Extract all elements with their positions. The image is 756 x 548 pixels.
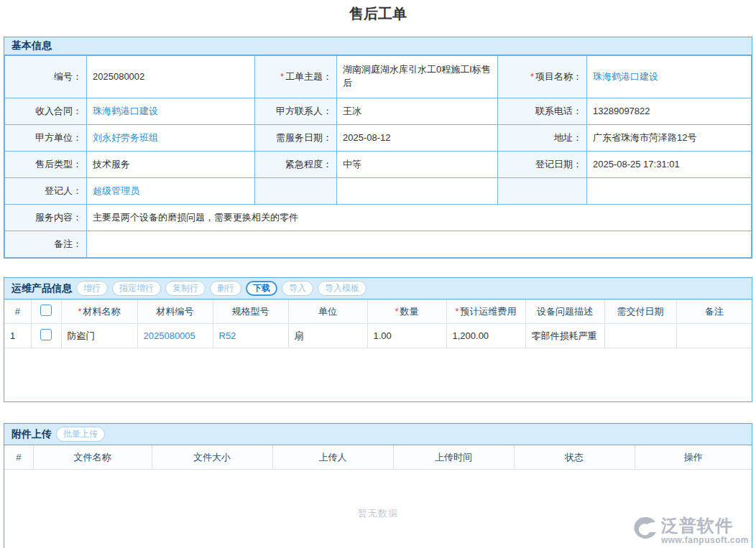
address-label: 地址： [498,125,587,152]
attachments-table: # 文件名称 文件大小 上传人 上传时间 状态 操作 [4,445,752,470]
address-value: 广东省珠海市菏泽路12号 [587,125,752,152]
remark-label: 备注： [5,231,87,258]
basic-row-2: 收入合同： 珠海鹤港口建设 甲方联系人： 王冰 联系电话： 1328909782… [5,98,752,125]
attachments-header-row: # 文件名称 文件大小 上传人 上传时间 状态 操作 [4,445,752,470]
est-cost-cell: 1,200.00 [446,324,525,348]
col-est-cost: *预计运维费用 [446,299,525,324]
empty-value-cell [587,178,752,205]
registrant-value: 超级管理员 [87,178,255,205]
spec-link[interactable]: R52 [219,330,236,341]
material-code-link[interactable]: 2025080005 [144,330,195,341]
register-date-label: 登记日期： [498,152,587,178]
row-select-cell [31,324,61,348]
party-unit-link[interactable]: 刘永好劳务班组 [93,132,158,143]
col-unit: 单位 [288,299,367,324]
party-contact-value: 王冰 [337,98,498,125]
attachments-header: 附件上传 批量上传 [4,424,752,445]
col-remark: 备注 [676,299,752,324]
empty-label-cell [255,178,337,205]
specify-add-row-button[interactable]: 指定增行 [112,281,161,297]
products-table: # *材料名称 材料编号 规格型号 单位 *数量 *预计运维费用 设备问题描述 … [4,299,752,348]
aftersales-type-value: 技术服务 [87,152,255,178]
col-upload-time: 上传时间 [393,445,514,470]
col-material-name: *材料名称 [61,299,137,324]
basic-row-4: 售后类型： 技术服务 紧急程度： 中等 登记日期： 2025-08-25 17:… [5,152,752,178]
aftersales-type-label: 售后类型： [5,152,87,178]
basic-row-1: 编号： 2025080002 *工单主题： 湖南洞庭湖水库引水工0程施工I标售后… [5,56,752,98]
party-unit-value: 刘永好劳务班组 [87,125,255,152]
empty-value-cell [337,178,498,205]
no-data-text: 暂无数据 [4,470,752,520]
urgency-label: 紧急程度： [255,152,337,178]
registrant-label: 登记人： [5,178,87,205]
watermark-name: 泛普软件 [661,517,733,534]
col-action: 操作 [635,445,752,470]
col-qty: *数量 [367,299,446,324]
service-content-label: 服务内容： [5,205,87,231]
page-title: 售后工单 [0,0,756,37]
select-all-checkbox[interactable] [40,305,52,316]
col-delivery-date: 需交付日期 [604,299,676,324]
service-date-value: 2025-08-12 [337,125,498,152]
import-template-button[interactable]: 导入模板 [318,281,367,297]
party-unit-label: 甲方单位： [5,125,87,152]
copy-row-button[interactable]: 复制行 [165,281,206,297]
service-content-value: 主要是两个设备的磨损问题，需要更换相关的零件 [87,205,752,231]
row-index: 1 [4,324,31,348]
download-button[interactable]: 下载 [246,281,277,297]
phone-value: 13289097822 [587,98,752,125]
import-button[interactable]: 导入 [282,281,313,297]
products-section: 运维产品信息 增行 指定增行 复制行 删行 下载 导入 导入模板 # *材料名称… [4,277,752,402]
batch-upload-button[interactable]: 批量上传 [56,427,105,442]
basic-row-7: 备注： [5,231,752,258]
products-header-row: # *材料名称 材料编号 规格型号 单位 *数量 *预计运维费用 设备问题描述 … [4,299,752,324]
basic-info-table: 编号： 2025080002 *工单主题： 湖南洞庭湖水库引水工0程施工I标售后… [4,55,752,258]
income-contract-label: 收入合同： [5,98,87,125]
project-link[interactable]: 珠海鹤港口建设 [593,71,658,82]
basic-row-5: 登记人： 超级管理员 [5,178,752,205]
required-mark: * [530,71,534,82]
phone-label: 联系电话： [498,98,587,125]
basic-info-title: 基本信息 [11,40,52,52]
number-value: 2025080002 [87,56,255,98]
income-contract-value: 珠海鹤港口建设 [87,98,255,125]
empty-label-cell [498,178,587,205]
product-row: 1 防盗门 2025080005 R52 扇 1.00 1,200.00 零部件… [4,324,752,348]
row-checkbox[interactable] [40,329,52,340]
col-spec: 规格型号 [213,299,288,324]
col-index: # [4,445,33,470]
remark-value [87,231,752,258]
spec-cell: R52 [213,324,288,348]
basic-info-header: 基本信息 [4,37,752,55]
issue-cell: 零部件损耗严重 [525,324,604,348]
service-date-label: 需服务日期： [255,125,337,152]
income-contract-link[interactable]: 珠海鹤港口建设 [93,106,158,116]
col-select-all [31,299,61,324]
col-file-name: 文件名称 [33,445,152,470]
required-mark: * [280,71,284,82]
col-issue: 设备问题描述 [525,299,604,324]
remark-cell [676,324,752,348]
basic-info-section: 基本信息 编号： 2025080002 *工单主题： 湖南洞庭湖水库引水工0程施… [4,37,752,259]
watermark-url: www.fanpusoft.com [661,536,749,544]
vendor-watermark: 泛普软件 www.fanpusoft.com [634,516,749,545]
unit-cell: 扇 [288,324,367,348]
section-gap [0,402,756,423]
col-material-code: 材料编号 [137,299,213,324]
project-value: 珠海鹤港口建设 [587,56,752,98]
add-row-button[interactable]: 增行 [76,281,108,297]
col-index: # [4,299,31,324]
qty-cell: 1.00 [367,324,446,348]
register-date-value: 2025-08-25 17:31:01 [587,152,752,178]
products-header: 运维产品信息 增行 指定增行 复制行 删行 下载 导入 导入模板 [4,278,752,299]
attachments-title: 附件上传 [11,428,52,441]
party-contact-label: 甲方联系人： [255,98,337,125]
registrant-link[interactable]: 超级管理员 [93,185,139,196]
subject-value: 湖南洞庭湖水库引水工0程施工I标售后 [337,56,498,98]
products-title: 运维产品信息 [11,282,72,295]
material-code-cell: 2025080005 [137,324,213,348]
products-empty-space [4,348,752,401]
col-file-size: 文件大小 [152,445,272,470]
delete-row-button[interactable]: 删行 [210,281,241,297]
basic-row-6: 服务内容： 主要是两个设备的磨损问题，需要更换相关的零件 [5,205,752,231]
